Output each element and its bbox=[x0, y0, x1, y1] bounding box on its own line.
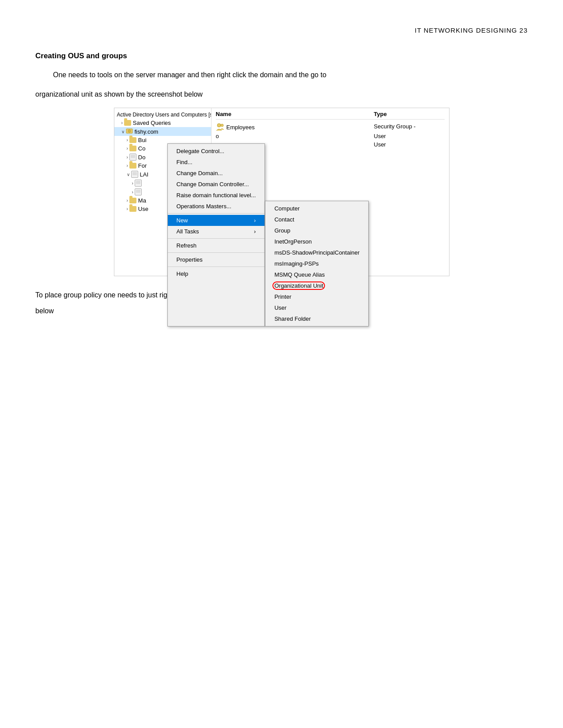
menu-operations-masters[interactable]: Operations Masters... bbox=[168, 201, 265, 212]
ou-icon bbox=[129, 154, 136, 161]
tree-arrow: › bbox=[132, 181, 133, 186]
tree-label: Ma bbox=[138, 197, 146, 204]
tree-label: For bbox=[138, 162, 147, 169]
ou-circle-indicator bbox=[272, 281, 325, 290]
submenu-shared-folder[interactable]: Shared Folder bbox=[265, 313, 368, 324]
submenu-arrow: › bbox=[254, 217, 256, 224]
tree-arrow: › bbox=[127, 138, 128, 143]
sub-menu: Computer Contact Group InetOrgPerson msD… bbox=[265, 201, 369, 326]
tree-label: Saved Queries bbox=[133, 120, 171, 126]
context-menu-wrapper: Delegate Control... Find... Change Domai… bbox=[167, 143, 369, 326]
submenu-msmq[interactable]: MSMQ Queue Alias bbox=[265, 269, 368, 280]
tree-arrow: › bbox=[121, 120, 123, 125]
submenu-msimaging[interactable]: msImaging-PSPs bbox=[265, 258, 368, 269]
context-menu: Delegate Control... Find... Change Domai… bbox=[167, 143, 265, 326]
tree-arrow: ∨ bbox=[127, 172, 130, 177]
folder-icon bbox=[124, 120, 131, 126]
submenu-arrow: › bbox=[254, 228, 256, 235]
menu-change-domain[interactable]: Change Domain... bbox=[168, 168, 265, 179]
body-text: One needs to tools on the server manager… bbox=[35, 69, 528, 81]
tree-label: Do bbox=[138, 154, 146, 161]
screenshot-label: organizational unit as shown by the scre… bbox=[35, 89, 528, 100]
folder-icon bbox=[129, 198, 136, 203]
ou-icon bbox=[131, 171, 138, 178]
app-title: Active Directory Users and Computers [se… bbox=[114, 111, 211, 119]
svg-point-4 bbox=[217, 124, 221, 127]
tree-arrow: ∨ bbox=[121, 129, 125, 134]
menu-new-label: New bbox=[177, 217, 188, 224]
col-name-employees: Employees bbox=[216, 123, 374, 131]
right-row-employees: Employees Security Group - bbox=[216, 122, 445, 132]
col-type-user1: User bbox=[374, 133, 445, 139]
tree-arrow: › bbox=[127, 198, 128, 203]
folder-icon bbox=[129, 146, 136, 151]
col-type-header: Type bbox=[374, 111, 445, 117]
tree-item-domain[interactable]: ∨ fishy.com bbox=[114, 127, 211, 136]
tree-arrow: › bbox=[127, 155, 128, 160]
tree-label: Use bbox=[138, 206, 148, 212]
menu-new[interactable]: New › bbox=[168, 215, 265, 226]
col-type-employees: Security Group - bbox=[374, 123, 445, 131]
screenshot: Active Directory Users and Computers [se… bbox=[114, 108, 450, 276]
menu-delegate-control[interactable]: Delegate Control... bbox=[168, 146, 265, 157]
tree-label: LAI bbox=[140, 171, 149, 178]
menu-properties[interactable]: Properties bbox=[168, 254, 265, 265]
tree-arrow: › bbox=[132, 190, 133, 195]
right-row-user1: o User bbox=[216, 132, 445, 140]
menu-refresh[interactable]: Refresh bbox=[168, 240, 265, 251]
menu-change-domain-controller[interactable]: Change Domain Controller... bbox=[168, 179, 265, 190]
menu-help[interactable]: Help bbox=[168, 268, 265, 279]
tree-arrow: › bbox=[127, 163, 128, 168]
ou-circled: Organizational Unit bbox=[274, 282, 323, 289]
group-icon bbox=[216, 123, 225, 131]
folder-icon bbox=[129, 137, 136, 143]
submenu-ou[interactable]: Organizational Unit bbox=[265, 280, 368, 291]
submenu-group[interactable]: Group bbox=[265, 225, 368, 236]
submenu-inetorgperson[interactable]: InetOrgPerson bbox=[265, 236, 368, 247]
submenu-msds-shadow[interactable]: msDS-ShadowPrincipalContainer bbox=[265, 247, 368, 258]
svg-point-5 bbox=[221, 124, 223, 127]
employees-label: Employees bbox=[227, 124, 255, 131]
submenu-user[interactable]: User bbox=[265, 302, 368, 313]
col-type-user2: User bbox=[374, 141, 445, 148]
separator-4 bbox=[168, 266, 265, 267]
menu-all-tasks-label: All Tasks bbox=[177, 228, 199, 235]
ou-icon bbox=[135, 188, 142, 195]
tree-item-saved-queries[interactable]: › Saved Queries bbox=[114, 119, 211, 127]
submenu-printer[interactable]: Printer bbox=[265, 291, 368, 302]
col-name-user1: o bbox=[216, 133, 374, 139]
right-panel-header: Name Type bbox=[216, 111, 445, 120]
separator-3 bbox=[168, 252, 265, 253]
tree-label: Bui bbox=[138, 137, 147, 143]
tree-label: Co bbox=[138, 145, 146, 152]
tree-label: fishy.com bbox=[135, 128, 159, 135]
menu-all-tasks[interactable]: All Tasks › bbox=[168, 226, 265, 237]
page-header: IT NETWORKING DESIGNING 23 bbox=[35, 26, 528, 34]
folder-icon bbox=[129, 163, 136, 169]
submenu-computer[interactable]: Computer bbox=[265, 203, 368, 214]
folder-icon bbox=[129, 206, 136, 212]
separator-1 bbox=[168, 213, 265, 214]
domain-icon bbox=[126, 128, 133, 135]
section-title: Creating OUS and groups bbox=[35, 52, 528, 60]
menu-raise-domain[interactable]: Raise domain functional level... bbox=[168, 190, 265, 201]
tree-arrow: › bbox=[127, 206, 128, 211]
col-name-header: Name bbox=[216, 111, 374, 117]
tree-arrow: › bbox=[127, 146, 128, 151]
menu-find[interactable]: Find... bbox=[168, 157, 265, 168]
separator-2 bbox=[168, 238, 265, 239]
ou-icon bbox=[135, 180, 142, 187]
submenu-contact[interactable]: Contact bbox=[265, 214, 368, 225]
